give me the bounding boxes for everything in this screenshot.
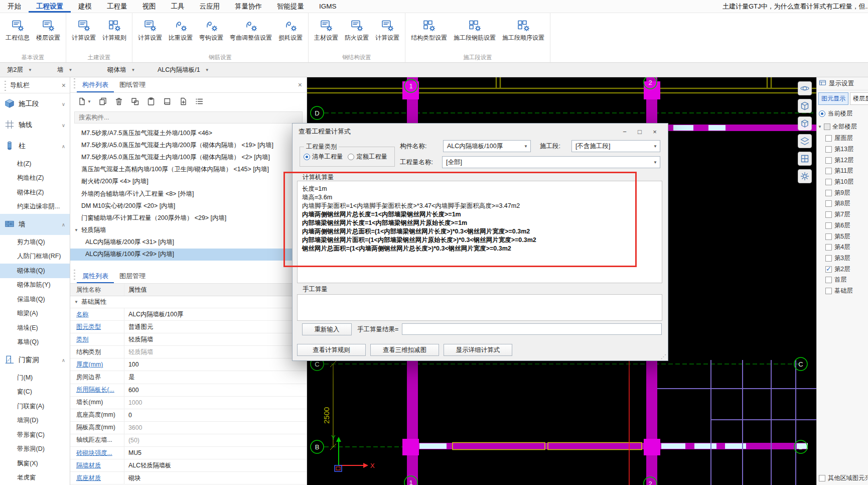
- ribbon-button[interactable]: 计算设置: [372, 15, 402, 43]
- copy-button[interactable]: [98, 97, 107, 106]
- drag-grip-icon[interactable]: [4, 80, 7, 91]
- dialog-button-2[interactable]: 查看三维扣减图: [370, 344, 439, 356]
- ribbon-button[interactable]: 主材设置: [311, 15, 341, 43]
- component-list-item[interactable]: ALC内隔墙板/200厚 <31> [内墙]: [70, 236, 307, 249]
- property-value[interactable]: 0: [124, 409, 307, 421]
- nav-group-column[interactable]: 柱∧: [0, 136, 70, 157]
- nav-item[interactable]: 带形窗(C): [0, 428, 70, 442]
- all-floors-checkbox[interactable]: [824, 124, 830, 130]
- floor-checkbox[interactable]: [825, 255, 832, 262]
- book-button[interactable]: [163, 97, 172, 106]
- menu-tab-10[interactable]: IGMS: [312, 0, 344, 13]
- tab-property-2[interactable]: 图层管理: [114, 269, 151, 283]
- property-group-row[interactable]: ▼ 基础属性: [70, 296, 307, 308]
- context-dropdown-4[interactable]: ALC内隔墙板/1▼: [155, 64, 212, 75]
- nav-item[interactable]: 人防门框墙(RF): [0, 250, 70, 264]
- component-list-item[interactable]: 门窗辅助墙/不计算工程量（200厚外墙） <29> [内墙]: [70, 212, 307, 224]
- ribbon-button[interactable]: 结构类型设置: [408, 15, 450, 43]
- ribbon-button[interactable]: 计算规则: [99, 15, 129, 43]
- component-list-item[interactable]: 耐火砖/200厚 <4> [内墙]: [70, 176, 307, 188]
- component-list-item[interactable]: M7.5砂浆/A5.0蒸压加气混凝土内墙/200厚（砌体内隔墙） <19> [内…: [70, 139, 307, 151]
- construction-section-dropdown[interactable]: [不含施工段] ▼: [571, 140, 660, 152]
- manual-calc-box[interactable]: [297, 294, 662, 321]
- nav-item[interactable]: 保温墙(Q): [0, 292, 70, 307]
- tab-display-1[interactable]: 图元显示: [818, 92, 848, 105]
- floor-item[interactable]: 第8层: [817, 198, 868, 209]
- property-row[interactable]: 砖砌块强度...MU5: [70, 447, 307, 459]
- nav-item[interactable]: 砌体加筋(Y): [0, 278, 70, 293]
- nav-group-door[interactable]: 门窗洞∧: [0, 349, 70, 371]
- ribbon-button[interactable]: 弯曲调整值设置: [227, 15, 275, 43]
- ribbon-button[interactable]: 比重设置: [166, 15, 196, 43]
- menu-tab-5[interactable]: 视图: [135, 0, 164, 13]
- resize-grip-icon[interactable]: ⋰: [661, 353, 666, 360]
- doc-add-button[interactable]: [179, 97, 188, 106]
- gear-view-button[interactable]: [798, 169, 812, 183]
- floor-checkbox[interactable]: [825, 277, 832, 283]
- floor-item[interactable]: 第12层: [817, 155, 868, 166]
- nav-item[interactable]: 墙垛(E): [0, 321, 70, 335]
- menu-tab-1[interactable]: 开始: [0, 0, 29, 13]
- ribbon-button[interactable]: 施工段钢筋设置: [451, 15, 499, 43]
- nav-group-wall[interactable]: 墙∧: [0, 214, 70, 235]
- minimize-icon[interactable]: −: [618, 126, 632, 137]
- close-icon[interactable]: ×: [298, 81, 302, 89]
- property-value[interactable]: 3600: [124, 422, 307, 434]
- floor-item[interactable]: 第9层: [817, 187, 868, 198]
- menu-tab-4[interactable]: 工程量: [99, 0, 135, 13]
- floor-item[interactable]: 第5层: [817, 231, 868, 242]
- dialog-titlebar[interactable]: 查看工程量计算式 −□×: [293, 124, 668, 140]
- component-list-item[interactable]: 蒸压加气混凝土高精内墙/100厚（卫生间/砌体内隔墙） <145> [内墙]: [70, 164, 307, 176]
- nav-item[interactable]: 带形洞(D): [0, 442, 70, 457]
- menu-tab-6[interactable]: 工具: [164, 0, 192, 13]
- nav-item[interactable]: 砌体柱(Z): [0, 185, 70, 200]
- tab-property-1[interactable]: 属性列表: [77, 269, 114, 283]
- property-value[interactable]: ALC内隔墙板/100厚: [124, 308, 307, 320]
- drag-grip-icon[interactable]: [73, 269, 76, 280]
- floor-item[interactable]: 第2层: [817, 264, 868, 275]
- ribbon-button[interactable]: 计算设置: [69, 15, 99, 43]
- component-list-item[interactable]: DM M10实心砖/200厚 <20> [内墙]: [70, 200, 307, 212]
- cube-view-button[interactable]: [798, 116, 812, 131]
- close-icon[interactable]: ×: [648, 126, 662, 137]
- context-dropdown-2[interactable]: 墙▼: [54, 64, 97, 75]
- dialog-button-1[interactable]: 查看计算规则: [297, 344, 366, 356]
- nav-group-axis[interactable]: 轴线∨: [0, 114, 70, 136]
- property-value[interactable]: (50): [124, 434, 307, 446]
- property-value[interactable]: MU5: [124, 447, 307, 459]
- ribbon-button[interactable]: 楼层设置: [33, 15, 63, 43]
- property-row[interactable]: 隔板高度(mm)3600: [70, 422, 307, 434]
- property-value[interactable]: 是: [124, 371, 307, 383]
- nav-item[interactable]: 窗(C): [0, 385, 70, 400]
- nav-item[interactable]: 门联窗(A): [0, 399, 70, 414]
- paste-button[interactable]: [147, 97, 156, 106]
- other-region-highlight-option[interactable]: 其他区域图元亮...: [819, 474, 867, 482]
- menu-tab-7[interactable]: 云应用: [192, 0, 228, 13]
- floor-item[interactable]: 第10层: [817, 177, 868, 188]
- search-input[interactable]: [74, 111, 303, 124]
- property-row[interactable]: 隔墙材质ALC轻质隔墙板: [70, 459, 307, 472]
- ribbon-button[interactable]: 防火设置: [342, 15, 372, 43]
- new-button[interactable]: ▼: [77, 97, 91, 106]
- floor-item[interactable]: 第11层: [817, 166, 868, 177]
- maximize-icon[interactable]: □: [633, 126, 647, 137]
- quantity-name-dropdown[interactable]: [全部] ▼: [442, 156, 660, 168]
- radio-option[interactable]: 清单工程量: [304, 153, 343, 161]
- floor-copy-button[interactable]: [130, 97, 139, 106]
- nav-item[interactable]: 飘窗(X): [0, 456, 70, 471]
- tab-display-2[interactable]: 楼层显示: [850, 92, 868, 105]
- nav-item[interactable]: 约束边缘非阴...: [0, 200, 70, 214]
- nav-item[interactable]: 暗梁(A): [0, 307, 70, 321]
- floor-checkbox[interactable]: [825, 222, 832, 229]
- property-row[interactable]: 结构类别轻质隔墙: [70, 346, 307, 358]
- property-row[interactable]: 轴线距左墙...(50): [70, 434, 307, 447]
- floor-item[interactable]: 第7层: [817, 209, 868, 220]
- menu-tab-2[interactable]: 工程设置: [29, 0, 71, 13]
- component-list-item[interactable]: 外墙闭合辅助墙/不计入工程量 <8> [外墙]: [70, 188, 307, 200]
- property-row[interactable]: 底座材质砌块: [70, 472, 307, 484]
- nav-item[interactable]: 幕墙(Q): [0, 335, 70, 350]
- property-value[interactable]: 普通图元: [124, 321, 307, 333]
- property-row[interactable]: 底座高度(mm)0: [70, 409, 307, 422]
- ribbon-button[interactable]: 工程信息: [3, 15, 33, 43]
- component-name-dropdown[interactable]: ALC内隔墙板/100厚 ▼: [443, 140, 531, 152]
